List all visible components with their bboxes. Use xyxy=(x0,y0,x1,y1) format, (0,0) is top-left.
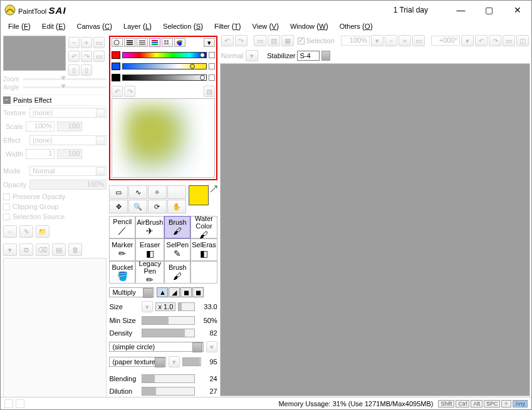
blending-slider[interactable] xyxy=(142,374,194,383)
color-swatches-button[interactable] xyxy=(162,38,173,47)
brush-pencil[interactable]: Pencil／ xyxy=(109,216,135,238)
val-value[interactable] xyxy=(209,74,215,81)
brush-shape-menu[interactable]: ▾ xyxy=(206,341,217,352)
menu-window[interactable]: Window (W) xyxy=(290,22,328,31)
scratch-redo-button[interactable]: ↷ xyxy=(124,86,135,97)
brush-texture-slider[interactable] xyxy=(182,357,201,366)
zoom-dropdown[interactable]: ▾ xyxy=(371,35,383,46)
brush-shape-select[interactable]: (simple circle) xyxy=(109,342,203,352)
tool-zoom[interactable]: 🔍 xyxy=(128,200,147,213)
edge-shape-mid[interactable]: ◢ xyxy=(169,287,180,297)
undo-button[interactable]: ↶ xyxy=(221,35,234,46)
layer-delete-button[interactable]: 🗑 xyxy=(68,243,82,256)
redo-button[interactable]: ↷ xyxy=(235,35,248,46)
paints-effect-header[interactable]: −Paints Effect xyxy=(3,95,107,106)
menu-selection[interactable]: Selection (S) xyxy=(163,22,203,31)
scratch-undo-button[interactable]: ↶ xyxy=(112,86,123,97)
size-menu-button[interactable]: ▾ xyxy=(142,301,153,312)
deselect-button[interactable]: ▭ xyxy=(254,35,266,46)
dilution-slider[interactable] xyxy=(142,387,194,396)
clipping-group-checkbox[interactable] xyxy=(3,203,10,210)
rotate-ccw-top[interactable]: ↶ xyxy=(475,35,488,46)
brush-seleras[interactable]: SelEras◧ xyxy=(190,238,217,261)
invert-sel-button[interactable]: ▧ xyxy=(268,35,280,46)
menu-edit[interactable]: Edit (E) xyxy=(42,22,66,31)
zoom-in-button[interactable]: + xyxy=(81,37,92,48)
sat-value[interactable] xyxy=(209,63,215,69)
density-slider[interactable] xyxy=(142,329,194,337)
layer-flatten-button[interactable]: ▤ xyxy=(52,243,66,256)
hue-value[interactable] xyxy=(209,52,215,58)
menu-layer[interactable]: Layer (L) xyxy=(123,22,152,31)
zoom-fit-top[interactable]: ▭ xyxy=(412,35,425,46)
close-button[interactable]: ✕ xyxy=(503,1,531,19)
zoom-field[interactable]: 100% xyxy=(341,36,370,46)
flip-h-top[interactable]: ◫ xyxy=(516,35,529,46)
sat-slider[interactable] xyxy=(122,63,206,69)
brush-texture-menu[interactable]: ▾ xyxy=(169,356,180,367)
layer-clear-button[interactable]: ⌫ xyxy=(36,243,50,256)
rotate-ccw-button[interactable]: ↶ xyxy=(68,51,80,62)
new-layer-button[interactable]: ▫ xyxy=(3,225,17,238)
color-mixer-button[interactable] xyxy=(149,38,160,47)
rotate-reset-button[interactable]: ▭ xyxy=(93,51,105,62)
scale-slider[interactable]: 100 xyxy=(57,121,82,131)
hue-slider[interactable] xyxy=(122,52,206,58)
scratch-clear-button[interactable]: ▧ xyxy=(204,86,215,97)
selection-checkbox[interactable] xyxy=(298,38,305,44)
new-linework-button[interactable]: ✎ xyxy=(19,225,33,238)
navigator-thumbnail[interactable] xyxy=(3,36,66,71)
zoom-out-top[interactable]: − xyxy=(385,35,397,46)
menu-filter[interactable]: Filter (T) xyxy=(214,22,241,31)
stabilizer-dropdown[interactable] xyxy=(321,51,330,61)
angle-slider[interactable] xyxy=(23,86,107,88)
brush-eraser[interactable]: Eraser◧ xyxy=(135,238,164,261)
tool-hand[interactable]: ✋ xyxy=(167,200,186,213)
menu-canvas[interactable]: Canvas (C) xyxy=(76,22,112,31)
texture-select[interactable]: (none) xyxy=(29,108,107,118)
effect-select[interactable]: (none) xyxy=(29,135,107,145)
brush-legacypen[interactable]: Legacy Pen✏ xyxy=(135,261,164,284)
color-panel-menu-button[interactable]: ▾ xyxy=(204,38,215,47)
scratchpad[interactable] xyxy=(112,98,214,178)
brush-brush2[interactable]: Brush🖌 xyxy=(164,261,190,284)
canvas[interactable] xyxy=(220,63,530,396)
tool-move[interactable]: ✥ xyxy=(109,200,128,213)
layer-dup-button[interactable]: ⧉ xyxy=(19,243,33,256)
stabilizer-value[interactable]: S-4 xyxy=(297,51,320,61)
maximize-button[interactable]: ▢ xyxy=(475,1,503,19)
preserve-opacity-checkbox[interactable] xyxy=(3,193,10,200)
brush-brush[interactable]: Brush🖌 xyxy=(164,216,190,238)
menu-file[interactable]: File (F) xyxy=(8,22,31,31)
rotate-cw-button[interactable]: ↷ xyxy=(81,51,92,62)
brush-marker[interactable]: Marker✏ xyxy=(109,238,135,261)
brush-airbrush[interactable]: AirBrush✈ xyxy=(135,216,164,238)
new-folder-button[interactable]: 📁 xyxy=(36,225,50,238)
tool-magic-wand[interactable]: ✧ xyxy=(148,185,167,199)
angle-field[interactable]: +000° xyxy=(431,36,460,46)
primary-color-swatch[interactable] xyxy=(189,185,209,205)
menu-view[interactable]: View (V) xyxy=(253,22,279,31)
width-value[interactable]: 1 xyxy=(26,149,55,159)
color-rgb-button[interactable] xyxy=(124,38,135,47)
zoom-fit-button[interactable]: ▭ xyxy=(93,37,105,48)
zoom-out-button[interactable]: − xyxy=(68,37,80,48)
tool-lasso[interactable]: ∿ xyxy=(128,185,147,199)
status-icon-2[interactable] xyxy=(16,399,24,408)
rotate-cw-top[interactable]: ↷ xyxy=(489,35,501,46)
blend-mode-select[interactable]: Multiply xyxy=(109,287,154,297)
size-step[interactable]: x 1.0 xyxy=(155,302,175,311)
color-scratchpad-button[interactable] xyxy=(174,38,185,47)
edge-shape-flat[interactable]: ◼ xyxy=(192,287,204,297)
status-icon-1[interactable] xyxy=(4,399,13,408)
color-hsv-button[interactable] xyxy=(137,38,148,47)
selection-source-checkbox[interactable] xyxy=(3,213,10,220)
menu-others[interactable]: Others (O) xyxy=(340,22,373,31)
minimize-button[interactable]: — xyxy=(447,1,475,19)
zoom-slider[interactable] xyxy=(23,78,107,80)
layer-merge-button[interactable]: ▾ xyxy=(3,243,17,256)
show-sel-button[interactable]: ▦ xyxy=(281,35,294,46)
normal-dropdown[interactable]: ▾ xyxy=(246,50,258,61)
tool-rotate[interactable]: ⟳ xyxy=(148,200,167,213)
angle-dropdown[interactable]: ▾ xyxy=(461,35,474,46)
